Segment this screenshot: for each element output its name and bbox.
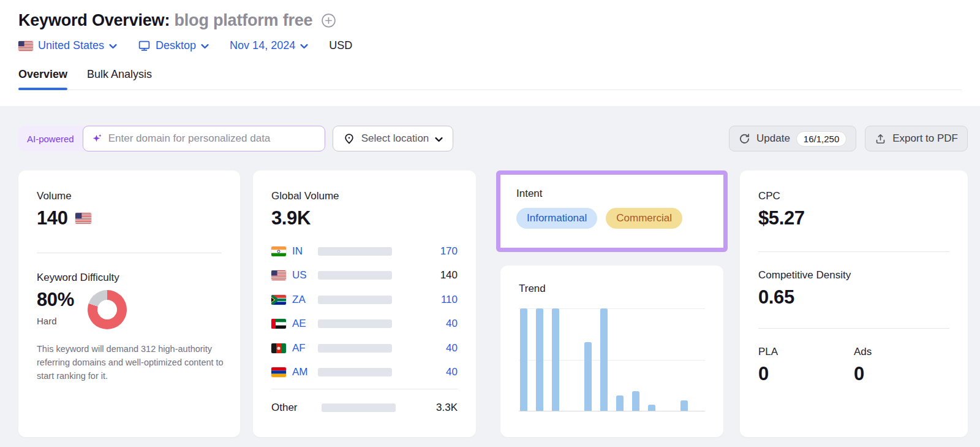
pla-value: 0 xyxy=(758,363,854,385)
cpc-card: CPC $5.27 Competitive Density 0.65 PLA 0… xyxy=(740,170,968,437)
keyword-difficulty-donut xyxy=(88,290,127,329)
trend-bars xyxy=(520,308,704,411)
trend-bar-slot xyxy=(552,308,559,411)
country-code-link[interactable]: IN xyxy=(292,245,315,258)
other-volume-value: 3.3K xyxy=(436,402,458,414)
ads-label: Ads xyxy=(854,346,949,358)
device-filter[interactable]: Desktop xyxy=(138,39,209,52)
trend-bar-slot xyxy=(520,308,527,411)
trend-bar-slot xyxy=(584,308,592,411)
country-volume-value[interactable]: 40 xyxy=(446,366,458,378)
date-filter[interactable]: Nov 14, 2024 xyxy=(230,39,308,52)
country-row: AF 40 xyxy=(271,336,458,361)
cpc-value: $5.27 xyxy=(758,207,949,229)
export-upload-icon xyxy=(875,133,886,145)
country-flag-icon xyxy=(271,319,286,329)
tab-bulk-analysis[interactable]: Bulk Analysis xyxy=(87,68,152,90)
country-flag-icon xyxy=(271,343,286,353)
competitive-density-label: Competitive Density xyxy=(758,269,949,281)
add-keyword-icon[interactable] xyxy=(321,13,336,28)
divider xyxy=(37,253,222,253)
update-button-label: Update xyxy=(756,132,790,145)
page-header: Keyword Overview: blog platform free Uni… xyxy=(0,0,980,106)
trend-bar xyxy=(584,342,592,411)
country-code-link[interactable]: AE xyxy=(292,318,315,330)
country-volume-bar xyxy=(318,319,392,328)
country-code-link[interactable]: US xyxy=(292,269,315,281)
country-code-link[interactable]: AM xyxy=(292,366,315,378)
trend-bar-slot xyxy=(680,308,688,411)
country-filter[interactable]: United States xyxy=(18,39,117,52)
keyword-text: blog platform free xyxy=(175,11,313,29)
keyword-difficulty-label: Keyword Difficulty xyxy=(37,272,222,284)
device-filter-label: Desktop xyxy=(156,39,196,52)
update-button[interactable]: Update 16/1,250 xyxy=(729,126,856,151)
competitive-density-section: Competitive Density 0.65 xyxy=(758,269,949,308)
x-axis-line xyxy=(519,411,705,411)
trend-bar-slot xyxy=(616,308,624,411)
volume-value-row: 140 xyxy=(37,207,222,229)
select-location-label: Select location xyxy=(361,132,429,145)
country-volume-bar xyxy=(318,271,392,280)
chevron-down-icon xyxy=(109,44,117,49)
chevron-down-icon xyxy=(435,137,443,142)
intent-badges: Informational Commercial xyxy=(516,208,707,229)
pla-label: PLA xyxy=(758,346,854,358)
keyword-difficulty-percent: 80% xyxy=(37,289,74,311)
volume-card: Volume 140 Keyword Difficulty 80% Hard T… xyxy=(18,170,240,437)
country-flag-icon xyxy=(271,295,286,305)
domain-input[interactable] xyxy=(108,132,316,145)
country-flag-icon xyxy=(271,270,286,280)
divider xyxy=(271,389,458,389)
us-flag-icon xyxy=(18,41,33,51)
trend-bar xyxy=(680,400,688,411)
domain-input-wrap xyxy=(83,126,325,151)
trend-bar xyxy=(600,308,608,411)
global-volume-label: Global Volume xyxy=(271,190,458,202)
keyword-difficulty-section: Keyword Difficulty 80% Hard This keyword… xyxy=(37,272,222,383)
desktop-icon xyxy=(138,39,151,52)
country-filter-label: United States xyxy=(38,39,104,52)
intent-badge: Commercial xyxy=(606,208,682,229)
country-code-link[interactable]: ZA xyxy=(292,294,315,306)
page-title-prefix: Keyword Overview: xyxy=(18,11,170,29)
country-row: ZA 110 xyxy=(271,288,458,312)
keyword-difficulty-description: This keyword will demand 312 high-author… xyxy=(37,343,224,383)
intent-card: Intent Informational Commercial xyxy=(500,175,723,248)
select-location-button[interactable]: Select location xyxy=(333,126,454,151)
country-volume-bar xyxy=(318,368,392,376)
trend-bar xyxy=(616,395,624,411)
export-to-pdf-button[interactable]: Export to PDF xyxy=(865,126,968,151)
chevron-down-icon xyxy=(300,44,308,49)
country-volume-value[interactable]: 40 xyxy=(446,342,458,354)
location-pin-icon xyxy=(343,132,355,145)
trend-bar-slot xyxy=(632,308,639,411)
tab-overview[interactable]: Overview xyxy=(18,68,67,90)
chevron-down-icon xyxy=(201,44,209,49)
trend-bar xyxy=(536,308,543,411)
divider xyxy=(758,251,949,252)
country-code-link[interactable]: AF xyxy=(292,342,315,354)
country-row: AM 40 xyxy=(271,361,458,385)
ai-domain-group: AI-powered xyxy=(18,126,325,151)
intent-badge: Informational xyxy=(516,208,597,229)
country-flag-icon xyxy=(271,367,286,377)
trend-bar-slot xyxy=(665,308,672,411)
intent-label: Intent xyxy=(516,188,707,200)
country-volume-value[interactable]: 140 xyxy=(440,269,458,281)
trend-bar-slot xyxy=(600,308,608,411)
page-content: AI-powered Select location Update 16/1,2… xyxy=(0,106,980,447)
country-volume-value[interactable]: 170 xyxy=(440,245,458,258)
trend-label: Trend xyxy=(519,283,705,295)
country-volume-bar xyxy=(318,247,392,256)
ads-value: 0 xyxy=(854,363,949,385)
global-volume-rows: IN 170 US 140 ZA xyxy=(271,239,458,384)
refresh-icon xyxy=(739,133,750,145)
keyword-difficulty-level: Hard xyxy=(37,316,74,326)
country-volume-bar xyxy=(318,296,392,304)
trend-bar-slot xyxy=(536,308,543,411)
country-volume-value[interactable]: 40 xyxy=(446,318,458,330)
country-volume-value[interactable]: 110 xyxy=(441,294,458,306)
country-flag-icon xyxy=(271,246,286,256)
trend-bar xyxy=(648,405,655,411)
